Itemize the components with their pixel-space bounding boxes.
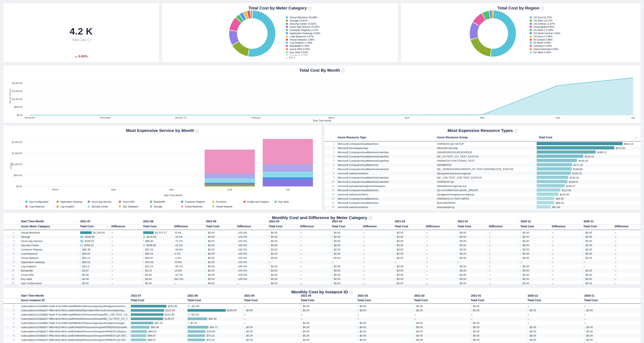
chart-legend-item[interactable]: Key Vault [274,200,288,203]
info-icon[interactable] [541,7,544,10]
chart-legend-item[interactable]: Virtual Machines [181,205,203,208]
chart-legend-item[interactable]: Log Analytics [56,205,74,208]
legend-item[interactable]: US East 51.37% [530,16,560,19]
legend-item[interactable]: Load Balancer 2.67% [286,35,320,38]
bar-segment-virtual-machines[interactable] [204,150,255,173]
stacked-bar[interactable] [204,150,255,186]
legend-item[interactable]: IN South 0.04% [530,41,560,44]
sort-chevron-icon[interactable] [635,136,636,139]
legend-item[interactable]: Virtual Network 2.46% [286,38,320,41]
legend-item[interactable]: Log Analytics 1.34% [286,41,320,44]
info-icon[interactable] [369,217,372,220]
cost-value: $55.82 [82,252,90,255]
legend-item[interactable]: Key Vault 0.02% [286,51,320,54]
legend-item[interactable]: Container Registry 3.17% [286,29,320,32]
info-icon[interactable] [88,38,91,42]
row-number: 14 [327,197,334,201]
chart-legend-item[interactable]: Virtual Network [212,205,232,208]
column-header[interactable]: Total Cost [539,136,552,139]
legend-item[interactable]: Intercontinental 0.00% [530,48,560,51]
chart-legend-item[interactable]: SQL Database [119,205,138,208]
null-value: ø [489,257,490,260]
bar-segment-security-center[interactable] [204,178,255,183]
cost-bar [395,282,395,284]
legend-item[interactable]: EU West 0.00% [530,51,560,54]
chart-legend-item[interactable]: Application Gateway [56,200,82,203]
legend-item[interactable]: US West 19.17% [530,19,560,22]
bar-segment-container-registry[interactable] [263,177,313,179]
null-value: ø [552,278,553,281]
stacked-bar[interactable] [263,139,313,186]
cost-value: $23.14 [145,265,153,268]
legend-item[interactable]: Bandwidth 0.19% [286,44,320,48]
bar-segment-azure-app-service[interactable] [263,179,313,186]
bar-segment-azure-app-service[interactable] [204,183,255,185]
legend-label: Virtual Network [216,205,232,208]
legend-item[interactable]: Azure App Service 10.00% [286,25,320,29]
total-cost-cell: $66.67 [129,334,186,338]
column-header[interactable]: Azure Resource Type [338,136,366,139]
info-icon[interactable] [195,129,199,133]
total-cost-cell: ø [242,313,300,317]
table-row: 1Microsoft.Compute/virtualMachinesHARNES… [324,142,641,146]
cost-bar [332,269,332,272]
chart-legend-item[interactable]: Functions [212,200,226,203]
bar-segment-security-center[interactable] [263,172,313,177]
legend-item[interactable]: US Central 12.47% [530,22,560,26]
legend-item[interactable]: Application Gateway 3.00% [286,32,320,35]
total-cost-cell: ø [526,321,583,325]
legend-item[interactable]: Functions 0.00% [286,54,320,55]
cost-bar [143,257,144,259]
legend-item[interactable]: Unknown 0.03% [530,44,560,48]
region-donut-chart[interactable] [470,10,516,57]
bar-segment-virtual-machines[interactable] [263,139,313,164]
legend-item[interactable]: Azure DNS 0.03% [286,48,320,51]
sort-chevron-icon[interactable] [107,225,108,228]
pager-down-icon[interactable] [292,56,295,59]
chart-legend-item[interactable]: Storage [150,205,162,208]
chart-legend-item[interactable]: Container Registry [181,200,205,203]
info-icon[interactable] [514,129,518,133]
cost-value: $0.00 [460,257,466,260]
info-icon[interactable] [308,7,312,10]
legend-item[interactable]: Security Center 10.82% [286,22,320,26]
null-value: ø [363,252,364,255]
chart-legend-item[interactable]: Azure App Service [88,200,111,203]
scroll-left-icon[interactable] [125,294,126,298]
chart-legend-item[interactable]: Load Balancer [25,205,44,208]
null-value: ø [552,244,553,247]
pager-up-icon[interactable] [286,56,289,59]
resource-type-cell: Microsoft.Compute/virtualMachineScaleSet… [338,154,434,159]
legend-item[interactable]: US North Central 1.82% [530,32,560,35]
scroll-left-icon[interactable] [74,220,75,223]
bar-segment-storage[interactable] [263,164,313,172]
null-value: ø [426,274,428,276]
cost-bar [206,231,207,234]
bar-segment-storage[interactable] [204,173,255,178]
legend-item[interactable]: Storage 13.42% [286,19,320,22]
info-icon[interactable] [341,69,345,72]
chart-legend-item[interactable]: Insight and Analytics [244,200,269,203]
difference-cell: ø [550,231,581,235]
total-cost-cell: $52.13 [78,256,110,260]
chart-legend-item[interactable]: Azure DNS [119,200,135,203]
difference-value: -100.0% [238,261,247,264]
legend-item[interactable]: Unassigned 8.93% [530,25,560,29]
legend-label: Security Center [92,205,108,208]
column-header[interactable]: Azure Resource Group [437,136,468,139]
instance-id-cell: /subscriptions/12d2db62-5aa9-471d-84bb-f… [21,321,128,325]
months-header-row: Start Time Month2021-072021-062021-05202… [3,220,641,224]
cost-value: $195.44 [578,159,588,162]
info-icon[interactable] [349,291,353,294]
legend-item[interactable]: US West 2 5.18% [530,29,560,32]
legend-item[interactable]: Virtual Machines 52.88% [286,16,320,19]
cost-bar [244,309,245,312]
chart-legend-item[interactable]: App Configuration [25,200,48,203]
chart-legend-item[interactable]: Security Center [88,205,108,208]
legend-item[interactable]: US East 2 0.94% [530,35,560,38]
chart-legend-item[interactable]: Bandwidth [150,200,165,203]
meter-category-donut-chart[interactable] [229,10,275,57]
legend-item[interactable]: IN Central 0.06% [530,38,560,41]
total-cost-cell: $0.00 [583,338,640,342]
bar-segment-application-gateway[interactable] [204,185,255,186]
